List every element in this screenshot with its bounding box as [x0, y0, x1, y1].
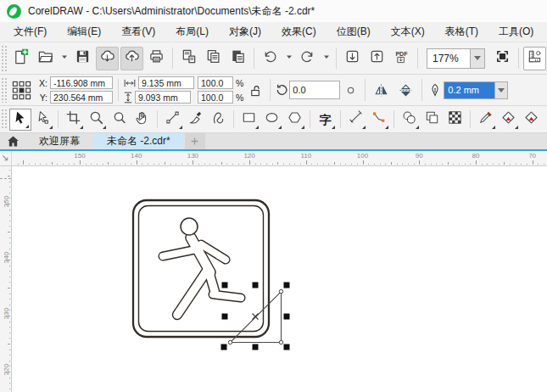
artistic-media-tool[interactable]: [185, 109, 207, 131]
x-label: X:: [36, 78, 47, 88]
color-eyedropper-tool[interactable]: [475, 109, 497, 131]
menu-o[interactable]: 工具(O): [488, 22, 544, 42]
selection-handle[interactable]: [253, 283, 259, 288]
node-handle[interactable]: [279, 340, 282, 344]
zoom-level-combo[interactable]: 177%: [427, 48, 485, 69]
node-handle[interactable]: [228, 340, 232, 344]
undo-button[interactable]: [259, 47, 282, 70]
scale-y-field[interactable]: 100.0: [198, 91, 233, 104]
ellipse-tool[interactable]: [261, 109, 283, 131]
text-tool[interactable]: 字: [315, 109, 337, 131]
show-rulers-button[interactable]: [523, 47, 546, 70]
ruler-tick: [272, 164, 273, 165]
object-y-field[interactable]: 230.564 mm: [50, 91, 113, 104]
selection-handle[interactable]: [221, 344, 227, 350]
freehand-tool[interactable]: [162, 109, 184, 131]
paste-button[interactable]: [226, 47, 249, 70]
connector-tool[interactable]: [368, 109, 390, 131]
outline-width-caret[interactable]: [494, 82, 507, 98]
drawing-canvas[interactable]: [12, 166, 547, 392]
save-icon: [75, 48, 91, 68]
bspline-tool[interactable]: [208, 109, 230, 131]
ruler-tick: [328, 164, 329, 165]
node-handle[interactable]: [279, 289, 282, 293]
interactive-fill-tool[interactable]: [498, 109, 520, 131]
save-button[interactable]: [71, 47, 94, 70]
selection-handle[interactable]: [253, 344, 259, 350]
undo-dropdown[interactable]: [283, 47, 294, 70]
selection-handle[interactable]: [284, 344, 290, 350]
dimension-tool[interactable]: [345, 109, 367, 131]
v-ruler-label: 230: [3, 308, 10, 320]
polygon-tool[interactable]: [284, 109, 306, 131]
export-button[interactable]: [120, 47, 143, 70]
magnifier-tool[interactable]: [109, 109, 131, 131]
horizontal-ruler[interactable]: 150140130120110100908070: [12, 151, 547, 165]
selection-handle[interactable]: [222, 283, 228, 288]
tab-document-active[interactable]: 未命名 -2.cdr*: [93, 133, 184, 149]
copy-button[interactable]: [202, 47, 225, 70]
vertical-ruler[interactable]: 250240230220: [0, 166, 12, 392]
smart-fill-tool[interactable]: [521, 109, 543, 131]
menu-j[interactable]: 对象(J): [219, 22, 271, 42]
object-height-field[interactable]: 9.093 mm: [135, 91, 191, 104]
toolbox-separator: [340, 110, 341, 129]
new-tab-button[interactable]: [185, 133, 205, 149]
menu-e[interactable]: 编辑(E): [57, 22, 111, 42]
redo-dropdown[interactable]: [321, 47, 332, 70]
zoom-combo-caret[interactable]: [470, 49, 484, 68]
pick-tool[interactable]: [9, 109, 31, 131]
toolbar-separator: [254, 48, 254, 70]
publish-pdf-button[interactable]: PDF: [390, 47, 413, 70]
menu-c[interactable]: 效果(C): [271, 22, 327, 42]
print-button[interactable]: [145, 47, 168, 70]
cut-button[interactable]: [177, 47, 200, 70]
flip-vertical-icon[interactable]: [398, 82, 414, 98]
ruler-tick: [9, 305, 11, 305]
zoom-level-value[interactable]: 177%: [427, 53, 470, 64]
ruler-origin-button[interactable]: [0, 151, 12, 165]
object-width-field[interactable]: 9.135 mm: [138, 76, 194, 89]
selection-handle[interactable]: [222, 314, 228, 320]
exit-sign[interactable]: [133, 200, 269, 337]
pan-tool[interactable]: [131, 109, 153, 131]
lock-ratio-icon[interactable]: [249, 84, 262, 97]
selection-handle[interactable]: [284, 283, 290, 288]
rotation-angle-field[interactable]: 0.0: [289, 81, 340, 99]
toolbar-grip[interactable]: [1, 45, 7, 71]
menu-b[interactable]: 位图(B): [327, 22, 381, 42]
pattern-fill-tool[interactable]: [444, 109, 466, 131]
menu-v[interactable]: 查看(V): [111, 22, 165, 42]
import-button[interactable]: [96, 47, 119, 70]
outline-width-value[interactable]: 0.2 mm: [444, 82, 494, 98]
fullscreen-preview-button[interactable]: [491, 47, 514, 70]
v-ruler-label: 240: [3, 252, 10, 264]
property-bar-grip[interactable]: [1, 77, 7, 103]
ruler-tick: [499, 164, 500, 165]
rectangle-tool[interactable]: [238, 109, 260, 131]
zoom-tool[interactable]: [86, 109, 108, 131]
object-x-field[interactable]: -116.908 mm: [50, 76, 113, 89]
scale-x-field[interactable]: 100.0: [198, 76, 233, 89]
flip-horizontal-icon[interactable]: [373, 82, 389, 98]
menu-t[interactable]: 表格(T): [435, 22, 488, 42]
transparency-tool[interactable]: [421, 109, 444, 131]
import-file-button[interactable]: [341, 47, 364, 70]
menu-f[interactable]: 文件(F): [3, 22, 57, 42]
magnifier-tool-icon: [111, 109, 127, 129]
shape-tool[interactable]: [32, 109, 54, 131]
toolbox-grip[interactable]: [1, 109, 7, 130]
open-dropdown[interactable]: [59, 47, 70, 70]
outline-width-combo[interactable]: 0.2 mm: [444, 81, 508, 99]
drop-shadow-tool[interactable]: [399, 109, 421, 131]
menu-l[interactable]: 布局(L): [165, 22, 219, 42]
welcome-home-button[interactable]: [0, 133, 25, 149]
crop-tool[interactable]: [63, 109, 85, 131]
selection-handle[interactable]: [284, 314, 290, 320]
open-document-button[interactable]: [34, 47, 57, 70]
menu-x[interactable]: 文本(X): [381, 22, 435, 42]
new-document-button[interactable]: [9, 47, 32, 70]
redo-button[interactable]: [296, 47, 319, 70]
tab-welcome-screen[interactable]: 欢迎屏幕: [25, 133, 93, 149]
export-file-button[interactable]: [366, 47, 388, 70]
